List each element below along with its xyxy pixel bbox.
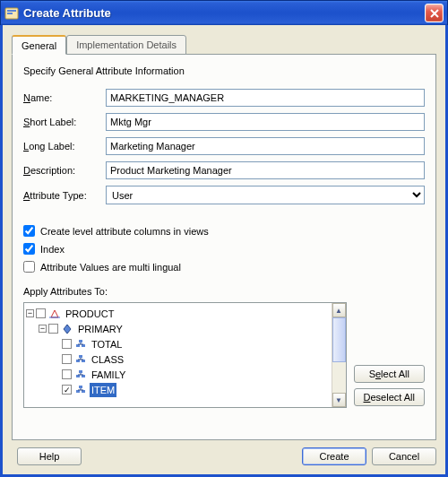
multilingual-checkbox[interactable]: [23, 261, 35, 273]
label-attr-type: Attribute Type:: [23, 190, 106, 201]
create-button[interactable]: Create: [302, 447, 366, 465]
tree-node-class[interactable]: CLASS: [26, 351, 344, 367]
close-button[interactable]: [425, 4, 444, 22]
cancel-button[interactable]: Cancel: [372, 447, 436, 465]
tree-node-family[interactable]: FAMILY: [26, 367, 344, 382]
tree-box: − PRODUCT − PRIMARY: [23, 302, 347, 408]
tree-checkbox[interactable]: ✓: [62, 385, 72, 395]
tree-label: ITEM: [90, 383, 116, 397]
label-long: Long Label:: [23, 141, 106, 152]
tree-label: PRODUCT: [64, 307, 116, 321]
level-icon: [74, 369, 87, 380]
tab-label: General: [22, 40, 56, 51]
scroll-down-icon[interactable]: ▼: [332, 393, 346, 407]
deselect-all-button[interactable]: Deselect All: [354, 388, 425, 406]
index-checkbox[interactable]: [23, 243, 35, 255]
tab-label: Implementation Details: [76, 39, 177, 50]
section-title: Specify General Attribute Information: [23, 65, 425, 76]
tree-node-primary[interactable]: − PRIMARY: [26, 321, 344, 336]
tree-label: TOTAL: [90, 337, 124, 351]
create-columns-checkbox[interactable]: [23, 225, 35, 237]
bottom-button-bar: Help Create Cancel: [12, 447, 436, 465]
apply-attributes-label: Apply Attributes To:: [23, 286, 425, 297]
scrollbar[interactable]: ▲ ▼: [332, 303, 346, 407]
label-description: Description:: [23, 165, 106, 176]
label-short: Short Label:: [23, 117, 106, 127]
scroll-up-icon[interactable]: ▲: [332, 303, 346, 317]
svg-rect-4: [79, 340, 82, 343]
tree-checkbox[interactable]: [62, 354, 72, 364]
tree-node-item[interactable]: ✓ ITEM: [26, 382, 344, 397]
tree-checkbox[interactable]: [62, 369, 72, 379]
tree-label: FAMILY: [90, 368, 127, 382]
name-field[interactable]: [106, 89, 425, 107]
collapse-icon[interactable]: −: [39, 325, 47, 333]
short-label-field[interactable]: [106, 113, 425, 131]
svg-rect-9: [79, 355, 82, 358]
tree-node-product[interactable]: − PRODUCT: [26, 306, 344, 321]
window-body: General Implementation Details Specify G…: [0, 25, 448, 477]
attribute-type-select[interactable]: User: [106, 186, 425, 204]
create-columns-label: Create level attribute columns in views: [40, 226, 209, 237]
description-field[interactable]: [106, 161, 425, 179]
tab-general[interactable]: General: [12, 35, 66, 55]
tab-implementation-details[interactable]: Implementation Details: [66, 35, 186, 55]
svg-rect-1: [7, 10, 16, 12]
multilingual-label: Attribute Values are multi lingual: [40, 262, 181, 273]
window-title: Create Attribute: [23, 6, 425, 20]
level-icon: [74, 339, 87, 350]
attribute-tree[interactable]: − PRODUCT − PRIMARY: [24, 303, 346, 400]
svg-rect-2: [7, 13, 13, 14]
tab-panel-general: Specify General Attribute Information Na…: [12, 54, 436, 440]
collapse-icon[interactable]: −: [26, 309, 34, 317]
tree-label: CLASS: [90, 352, 125, 367]
tree-label: PRIMARY: [76, 322, 125, 336]
level-icon: [74, 385, 87, 395]
select-all-button[interactable]: Select All: [354, 365, 425, 383]
help-button[interactable]: Help: [17, 447, 82, 465]
level-icon: [74, 354, 87, 365]
tree-checkbox[interactable]: [48, 324, 58, 334]
tree-checkbox[interactable]: [62, 339, 72, 349]
scroll-thumb[interactable]: [332, 317, 346, 362]
label-name: Name:: [23, 92, 106, 103]
tab-strip: General Implementation Details: [12, 35, 436, 55]
app-icon: [4, 6, 19, 21]
svg-rect-19: [79, 386, 82, 388]
tree-node-total[interactable]: TOTAL: [26, 336, 344, 351]
hierarchy-icon: [61, 324, 73, 334]
tree-checkbox[interactable]: [36, 308, 46, 318]
svg-rect-14: [79, 370, 82, 373]
titlebar: Create Attribute: [0, 0, 448, 25]
index-label: Index: [40, 244, 65, 255]
dimension-icon: [48, 308, 61, 319]
long-label-field[interactable]: [106, 137, 425, 155]
